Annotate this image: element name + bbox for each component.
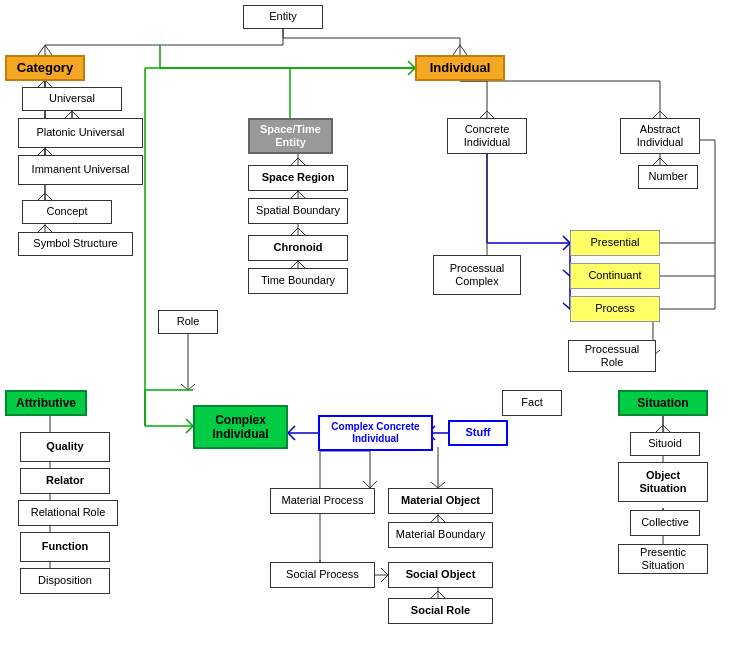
stuff-node: Stuff — [448, 420, 508, 446]
spaceregion-node: Space Region — [248, 165, 348, 191]
spatialboundary-node: Spatial Boundary — [248, 198, 348, 224]
quality-node: Quality — [20, 432, 110, 462]
process-node: Process — [570, 296, 660, 322]
fact-node: Fact — [502, 390, 562, 416]
socialobject-node: Social Object — [388, 562, 493, 588]
situoid-node: Situoid — [630, 432, 700, 456]
continuant-node: Continuant — [570, 263, 660, 289]
chronoid-node: Chronoid — [248, 235, 348, 261]
situation-node: Situation — [618, 390, 708, 416]
universal-node: Universal — [22, 87, 122, 111]
materialboundary-node: Material Boundary — [388, 522, 493, 548]
concept-node: Concept — [22, 200, 112, 224]
category-node: Category — [5, 55, 85, 81]
presentsituation-node: Presentic Situation — [618, 544, 708, 574]
entity-node: Entity — [243, 5, 323, 29]
objectsituation-node: Object Situation — [618, 462, 708, 502]
socialrole-node: Social Role — [388, 598, 493, 624]
function-node: Function — [20, 532, 110, 562]
number-node: Number — [638, 165, 698, 189]
role-node: Role — [158, 310, 218, 334]
socialprocess-node: Social Process — [270, 562, 375, 588]
relationalrole-node: Relational Role — [18, 500, 118, 526]
presential-node: Presential — [570, 230, 660, 256]
disposition-node: Disposition — [20, 568, 110, 594]
concrete-node: Concrete Individual — [447, 118, 527, 154]
individual-node: Individual — [415, 55, 505, 81]
timeboundary-node: Time Boundary — [248, 268, 348, 294]
symbol-node: Symbol Structure — [18, 232, 133, 256]
relator-node: Relator — [20, 468, 110, 494]
complexindividual-node: Complex Individual — [193, 405, 288, 449]
processualcomplex-node: Processual Complex — [433, 255, 521, 295]
ontology-diagram: Entity Category Individual Universal Pla… — [0, 0, 755, 654]
attributive-node: Attributive — [5, 390, 87, 416]
abstract-node: Abstract Individual — [620, 118, 700, 154]
materialprocess-node: Material Process — [270, 488, 375, 514]
platonic-node: Platonic Universal — [18, 118, 143, 148]
immanent-node: Immanent Universal — [18, 155, 143, 185]
processualrole-node: Processual Role — [568, 340, 656, 372]
materialobject-node: Material Object — [388, 488, 493, 514]
complexconcrete-node: Complex Concrete Individual — [318, 415, 433, 451]
collective-node: Collective — [630, 510, 700, 536]
spacetime-node: Space/Time Entity — [248, 118, 333, 154]
